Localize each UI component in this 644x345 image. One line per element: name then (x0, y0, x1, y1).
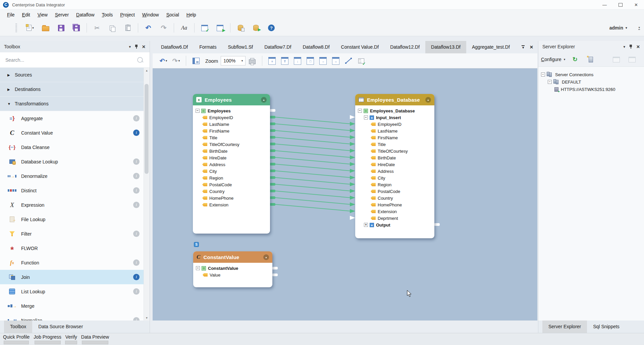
input-port[interactable] (350, 149, 355, 153)
input-port[interactable] (350, 182, 355, 186)
run-database-icon[interactable]: ▶ (251, 23, 261, 33)
input-port[interactable] (350, 169, 355, 173)
collapse-box-icon[interactable]: − (548, 80, 552, 84)
collapse-box-icon[interactable]: − (196, 109, 200, 113)
connection-line[interactable] (275, 198, 351, 204)
tree-node-city[interactable]: City (358, 175, 432, 181)
info-icon[interactable]: i (133, 288, 140, 295)
info-icon[interactable]: i (133, 317, 140, 321)
toolbox-item-denormalize[interactable]: →Denormalizei (0, 169, 150, 183)
distribute-nodes-button[interactable]: ↔ (331, 55, 340, 66)
minimize-button[interactable]: — (597, 0, 612, 9)
tree-node-employeeid[interactable]: EmployeeID (196, 114, 267, 121)
tree-node-employees[interactable]: −Employees (196, 107, 267, 114)
info-icon[interactable]: i (133, 231, 140, 237)
info-icon[interactable]: i (133, 130, 140, 136)
help-icon[interactable]: ? (267, 23, 276, 33)
output-port[interactable] (270, 163, 275, 165)
auto-layout-button[interactable] (192, 55, 200, 66)
toolbox-item-function[interactable]: fxFunctioni (0, 255, 150, 270)
output-port[interactable] (270, 169, 275, 172)
user-menu[interactable]: admin▾ (609, 25, 627, 31)
tree-node-homephone[interactable]: HomePhone (196, 195, 267, 201)
output-port[interactable] (270, 203, 275, 206)
tree-node-employeeid[interactable]: EmployeeID (358, 121, 432, 128)
server-tree-server-connections[interactable]: −Server Connections (538, 71, 644, 78)
tree-node-firstname[interactable]: FirstName (196, 128, 267, 134)
tree-node-constantvalue[interactable]: −ConstantValue (196, 265, 270, 272)
statusbar-verify[interactable]: Verify (64, 333, 78, 344)
connection-line[interactable] (275, 184, 351, 191)
save-icon[interactable] (56, 23, 66, 33)
connection-line[interactable] (275, 124, 351, 131)
tree-node-extension[interactable]: Extension (358, 208, 432, 215)
layout-horizontal-button[interactable]: ≡ (268, 55, 276, 66)
collapse-box-icon[interactable]: − (196, 266, 200, 270)
menu-window[interactable]: Window (139, 12, 163, 17)
output-port[interactable] (270, 176, 275, 179)
add-server-icon[interactable] (586, 54, 595, 65)
input-port[interactable] (350, 209, 355, 213)
connection-line[interactable] (275, 131, 351, 137)
connection-line[interactable] (275, 178, 351, 184)
toolbox-item-data-cleanse[interactable]: {▪▪▪}Data Cleanse (0, 140, 150, 154)
connection-line[interactable] (275, 117, 351, 124)
document-tab-subflow1-sf[interactable]: Subflow1.Sf (222, 41, 259, 53)
tree-node-address[interactable]: Address (358, 168, 432, 175)
tree-node-country[interactable]: Country (358, 195, 432, 201)
output-port[interactable] (270, 143, 275, 145)
verify-dataflow-icon[interactable]: ✓ (200, 23, 209, 33)
copy-icon[interactable] (108, 23, 117, 33)
input-port[interactable] (350, 135, 355, 139)
tab-list-icon[interactable]: ▼ (522, 45, 525, 49)
menu-server[interactable]: Server (51, 12, 72, 17)
tree-node-employees-database[interactable]: −Employees_Database (358, 107, 432, 114)
straight-link-button[interactable] (344, 55, 353, 66)
tree-node-lastname[interactable]: LastName (358, 128, 432, 134)
menu-edit[interactable]: Edit (18, 12, 34, 17)
server-browser-icon[interactable] (612, 54, 621, 65)
connection-line[interactable] (275, 144, 351, 151)
input-port[interactable] (350, 176, 355, 180)
toolbox-item-filter[interactable]: Filteri (0, 227, 150, 241)
search-input[interactable] (5, 57, 137, 63)
menu-help[interactable]: Help (183, 12, 200, 17)
connection-line[interactable] (275, 164, 351, 171)
tree-node-titleofcourtesy[interactable]: TitleOfCourtesy (196, 141, 267, 148)
collapse-box-icon[interactable]: − (364, 115, 368, 119)
connection-line[interactable] (275, 157, 351, 164)
undo-button[interactable]: ↶▾ (159, 55, 168, 66)
output-port[interactable] (270, 156, 275, 159)
tree-node-country[interactable]: Country (196, 188, 267, 195)
tree-node-birthdate[interactable]: BirthDate (358, 154, 432, 161)
font-icon[interactable]: Aa (179, 23, 189, 33)
zoom-select[interactable]: 100%▾ (221, 56, 246, 65)
collapse-node-icon[interactable]: ▲ (261, 97, 267, 103)
document-tab-dataflow6-df[interactable]: Dataflow6.Df (155, 41, 194, 53)
menu-file[interactable]: File (3, 12, 18, 17)
scroll-down-icon[interactable]: ▼ (144, 315, 150, 321)
toolbox-item-constant-value[interactable]: CConstant Valuei (0, 126, 150, 140)
collapse-nodes-button[interactable]: □ (306, 55, 315, 66)
info-icon[interactable]: i (133, 259, 140, 266)
connection-line[interactable] (275, 191, 351, 198)
document-tab-formats[interactable]: Formats (194, 41, 222, 53)
dataflow-node-employees-database[interactable]: Employees_Database▲−Employees_Database−*… (355, 94, 434, 238)
toolbox-section-destinations[interactable]: ▶Destinations (0, 82, 150, 97)
output-port[interactable] (270, 183, 275, 186)
close-button[interactable]: ✕ (628, 0, 644, 9)
node-header-employees-database[interactable]: Employees_Database▲ (355, 94, 434, 105)
info-icon[interactable]: i (133, 115, 140, 121)
info-icon[interactable]: i (133, 158, 140, 165)
toolbox-scrollbar[interactable]: ▲ ▼ (144, 68, 150, 321)
server-tree-default[interactable]: −DEFAULT (538, 78, 644, 86)
document-tab-dataflow13-df[interactable]: Dataflow13.Df (425, 41, 466, 53)
node-header-constant-value[interactable]: CConstantValue▲ (193, 251, 272, 263)
cut-icon[interactable]: ✂ (92, 23, 102, 33)
tree-node-region[interactable]: Region (358, 181, 432, 188)
info-icon[interactable]: i (133, 202, 140, 208)
maximize-button[interactable] (612, 0, 628, 9)
menu-view[interactable]: View (34, 12, 51, 17)
pin-icon[interactable] (135, 45, 138, 49)
smart-connector-badge[interactable]: S (194, 242, 199, 247)
